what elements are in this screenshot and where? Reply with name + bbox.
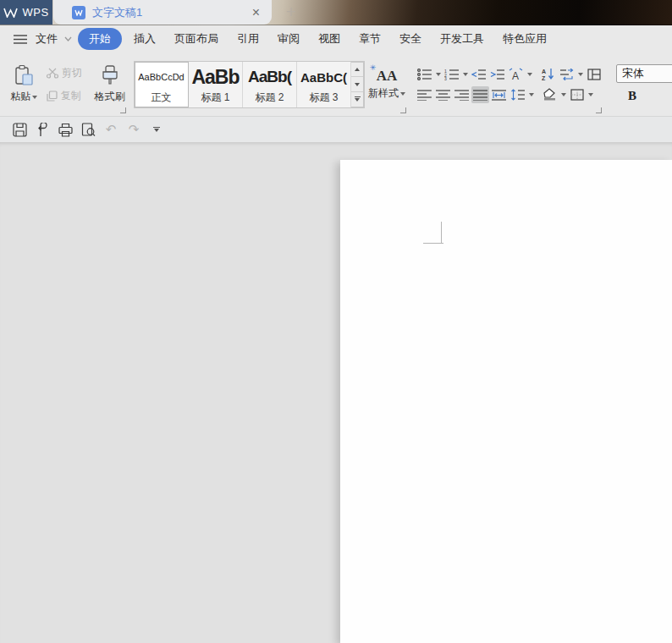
style-normal-preview: AaBbCcDd	[136, 64, 186, 91]
clipboard-group: 粘贴 剪切 复制	[5, 52, 129, 116]
ribbon: 粘贴 剪切 复制	[0, 52, 672, 117]
paste-button[interactable]: 粘贴	[5, 58, 43, 111]
style-normal[interactable]: AaBbCcDd 正文	[135, 62, 189, 107]
decrease-indent-button[interactable]	[470, 66, 487, 83]
tab-grid-button[interactable]	[585, 66, 603, 83]
new-style-button[interactable]: ✳AA 新样式	[365, 58, 409, 111]
customize-toolbar-icon[interactable]	[148, 121, 165, 138]
cut-label: 剪切	[62, 66, 82, 80]
file-menu-caret-icon[interactable]	[61, 36, 75, 41]
document-area[interactable]	[0, 142, 672, 643]
new-tab-button[interactable]: +	[280, 1, 302, 23]
style-scroll-up-icon[interactable]	[351, 63, 363, 78]
styles-group: AaBbCcDd 正文 AaBb 标题 1 AaBb( 标题 2 AaBbC( …	[134, 52, 409, 116]
svg-text:Z: Z	[542, 75, 546, 80]
sort-button[interactable]: AZ	[539, 66, 557, 83]
quick-access-toolbar: ↶ ↷	[0, 117, 672, 142]
copy-label: 复制	[61, 89, 81, 103]
format-painter-button[interactable]: 格式刷	[91, 58, 129, 111]
title-bar: WPS 文字文稿1 × +	[0, 0, 672, 25]
wps-logo[interactable]: WPS	[0, 0, 52, 25]
character-scale-caret-icon[interactable]	[526, 73, 533, 76]
style-normal-label: 正文	[151, 91, 172, 105]
line-spacing-caret-icon[interactable]	[527, 93, 535, 96]
style-gallery-more-icon[interactable]	[351, 92, 363, 107]
new-style-label: 新样式	[368, 86, 399, 101]
style-scroll-down-icon[interactable]	[351, 77, 363, 92]
menu-tab-special-apps[interactable]: 特色应用	[493, 28, 556, 50]
text-tool-button[interactable]	[558, 66, 576, 83]
menu-tab-security[interactable]: 安全	[390, 28, 431, 50]
menu-tab-references[interactable]: 引用	[228, 28, 268, 50]
export-pdf-icon[interactable]	[34, 121, 51, 138]
tab-title: 文字文稿1	[92, 5, 242, 20]
bullet-list-caret-icon[interactable]	[434, 73, 442, 76]
wps-logo-icon	[3, 8, 18, 18]
paste-label: 粘贴	[10, 90, 30, 104]
menu-tab-page-layout[interactable]: 页面布局	[165, 28, 228, 50]
paste-caret-icon[interactable]	[32, 96, 37, 99]
style-heading3-preview: AaBbC(	[299, 64, 349, 91]
tab-close-icon[interactable]: ×	[249, 4, 263, 21]
menu-bar: 文件 开始 插入 页面布局 引用 审阅 视图 章节 安全 开发工具 特色应用	[0, 25, 672, 52]
numbered-list-caret-icon[interactable]	[461, 73, 469, 76]
copy-icon	[47, 91, 58, 102]
redo-icon[interactable]: ↷	[125, 121, 142, 138]
svg-text:A: A	[512, 70, 519, 80]
document-tab[interactable]: 文字文稿1 ×	[53, 0, 272, 25]
save-icon[interactable]	[11, 121, 28, 138]
menu-tab-home[interactable]: 开始	[78, 28, 122, 50]
undo-icon[interactable]: ↶	[102, 121, 119, 138]
bullet-list-button[interactable]	[416, 66, 433, 83]
style-gallery-scroll	[351, 62, 364, 107]
align-left-button[interactable]	[416, 86, 433, 103]
font-name-value: 宋体	[622, 66, 644, 81]
document-icon	[72, 6, 85, 19]
styles-dialog-launcher-icon[interactable]	[400, 107, 406, 113]
align-right-button[interactable]	[453, 86, 471, 103]
menu-tab-section[interactable]: 章节	[350, 28, 390, 50]
style-heading2-preview: AaBb(	[245, 64, 295, 91]
menu-tab-review[interactable]: 审阅	[268, 28, 309, 50]
increase-indent-button[interactable]	[488, 66, 506, 83]
justify-button[interactable]	[471, 86, 489, 103]
format-painter-icon	[99, 64, 121, 87]
menu-file[interactable]: 文件	[32, 28, 61, 50]
menu-tab-insert[interactable]: 插入	[124, 28, 165, 50]
print-preview-icon[interactable]	[80, 121, 96, 138]
margin-corner-mark	[441, 222, 442, 244]
style-heading2[interactable]: AaBb( 标题 2	[243, 62, 297, 107]
borders-caret-icon[interactable]	[587, 93, 594, 96]
align-center-button[interactable]	[434, 86, 452, 103]
shading-caret-icon[interactable]	[559, 93, 567, 96]
paragraph-dialog-launcher-icon[interactable]	[596, 107, 602, 113]
line-spacing-button[interactable]	[509, 86, 526, 103]
print-icon[interactable]	[57, 121, 74, 138]
numbered-list-button[interactable]: 123	[443, 66, 460, 83]
margin-corner-mark	[423, 243, 443, 244]
wps-app-name: WPS	[22, 6, 48, 19]
cut-button[interactable]: 剪切	[47, 66, 91, 80]
style-heading1[interactable]: AaBb 标题 1	[189, 62, 243, 107]
svg-text:A: A	[542, 69, 546, 74]
menu-tab-view[interactable]: 视图	[309, 28, 350, 50]
shading-button[interactable]	[541, 86, 559, 103]
text-tool-caret-icon[interactable]	[576, 73, 584, 76]
new-style-caret-icon[interactable]	[400, 92, 405, 96]
document-page[interactable]	[340, 160, 672, 643]
font-name-combobox[interactable]: 宋体	[616, 64, 672, 83]
style-heading2-label: 标题 2	[255, 91, 284, 105]
menu-tab-developer[interactable]: 开发工具	[431, 28, 493, 50]
distribute-button[interactable]	[490, 86, 508, 103]
character-scale-button[interactable]: A	[507, 66, 525, 83]
hamburger-menu-icon[interactable]	[8, 31, 32, 47]
bold-button[interactable]: B	[623, 88, 642, 105]
copy-button[interactable]: 复制	[47, 89, 91, 103]
style-heading3[interactable]: AaBbC( 标题 3	[297, 62, 351, 107]
cut-copy-column: 剪切 复制	[43, 66, 91, 103]
clipboard-dialog-launcher-icon[interactable]	[120, 107, 126, 113]
font-group: 宋体 B	[609, 52, 672, 116]
format-painter-label: 格式刷	[95, 90, 125, 104]
paste-icon	[13, 64, 36, 87]
borders-button[interactable]	[568, 86, 586, 103]
